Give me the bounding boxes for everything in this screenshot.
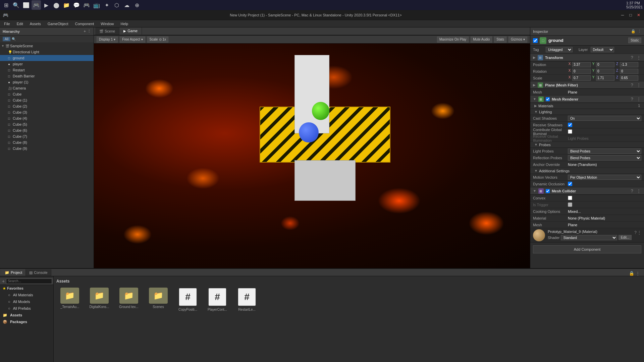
mesh-collider-enabled-checkbox[interactable] — [546, 189, 550, 193]
minimize-button[interactable]: ─ — [620, 12, 625, 18]
mesh-renderer-info-icon[interactable]: ? — [629, 97, 635, 102]
position-y-input[interactable] — [596, 62, 614, 67]
project-search-input[interactable] — [6, 279, 52, 284]
epic-taskbar[interactable]: 🎮 — [82, 0, 91, 10]
vscode-taskbar[interactable]: ⬡ — [112, 0, 121, 10]
nextjs-taskbar[interactable]: ▶ — [42, 0, 51, 10]
menu-component[interactable]: Component — [72, 21, 97, 26]
rotation-z-input[interactable] — [620, 69, 638, 74]
taskview-button[interactable]: ⬜ — [21, 0, 31, 10]
probes-subsection[interactable]: ▼ Probes — [530, 142, 644, 148]
lighting-subsection[interactable]: ▼ Lighting — [530, 109, 644, 115]
scale-y-input[interactable] — [596, 75, 614, 81]
hierarchy-item-cube6[interactable]: □Cube (6) — [0, 127, 94, 133]
scale-control[interactable]: Scale ⊙ 1x — [147, 37, 169, 43]
figma-taskbar[interactable]: ✦ — [102, 0, 111, 10]
asset-item-scenes[interactable]: 📁 Scenes — [145, 286, 172, 313]
transform-section-header[interactable]: ▶ ⊞ Transform ? ⋮ — [530, 54, 644, 61]
sidebar-all-prefabs[interactable]: ○ All Prefabs — [0, 305, 53, 312]
menu-help[interactable]: Help — [118, 21, 131, 26]
start-button[interactable]: ⊞ — [1, 0, 11, 10]
sidebar-assets-header[interactable]: 📁 Assets — [0, 312, 53, 318]
transform-info-icon[interactable]: ? — [629, 55, 635, 60]
asset-item-ground-tex[interactable]: 📁 Ground tex... — [115, 286, 142, 313]
mesh-renderer-menu-icon[interactable]: ⋮ — [636, 97, 641, 102]
hierarchy-add-icon[interactable]: + — [84, 29, 86, 34]
additional-settings-subsection[interactable]: ▼ Additional Settings — [530, 168, 644, 174]
free-aspect-select[interactable]: Free Aspect ▾ — [120, 37, 145, 43]
hierarchy-item-cube1[interactable]: □Cube (1) — [0, 97, 94, 103]
search-taskbar[interactable]: 🔍 — [11, 0, 21, 10]
asset-item-copy-position[interactable]: # CopyPositi... — [174, 286, 201, 313]
contribute-gi-checkbox[interactable] — [568, 129, 572, 134]
hierarchy-item-cube4[interactable]: □Cube (4) — [0, 115, 94, 121]
asset-item-terrain[interactable]: 📁 _TerrainAu... — [56, 286, 83, 313]
file-explorer-taskbar[interactable]: 📁 — [62, 0, 71, 10]
material-menu-icon[interactable]: ⋮ — [637, 230, 641, 235]
mute-audio-btn[interactable]: Mute Audio — [471, 37, 492, 43]
sidebar-all-materials[interactable]: ○ All Materials — [0, 292, 53, 298]
hierarchy-item-camera[interactable]: 🎥 Camera — [0, 85, 94, 91]
mesh-filter-section-header[interactable]: ▶ ▦ Plane (Mesh Filter) ? ⋮ — [530, 81, 644, 89]
menu-file[interactable]: File — [1, 21, 13, 26]
chrome-taskbar[interactable]: ⬤ — [52, 0, 61, 10]
hierarchy-item-cube5[interactable]: □Cube (5) — [0, 121, 94, 127]
cast-shadows-select[interactable]: On — [568, 116, 641, 121]
display-select[interactable]: Display 1 ▾ — [97, 37, 118, 43]
stats-btn[interactable]: Stats — [494, 37, 506, 43]
hierarchy-item-cube9[interactable]: □Cube (9) — [0, 145, 94, 152]
viewport-canvas[interactable] — [94, 44, 530, 268]
hierarchy-item-cube2[interactable]: □Cube (2) — [0, 103, 94, 109]
shader-select[interactable]: Standard — [561, 235, 617, 240]
hierarchy-item-cube3[interactable]: □Cube (3) — [0, 109, 94, 115]
light-probes-select[interactable]: Blend Probes — [568, 148, 641, 154]
hierarchy-scene-root[interactable]: ▼ 🎬 SampleScene — [0, 43, 94, 49]
sidebar-favorites-header[interactable]: ★ Favorites — [0, 285, 53, 292]
inspector-more-icon[interactable]: ⋮ — [638, 29, 641, 34]
asset-item-player-cont[interactable]: # PlayerCont... — [204, 286, 231, 313]
tab-project[interactable]: 📁 Project — [1, 269, 26, 276]
steam-taskbar[interactable]: ☁ — [122, 0, 131, 10]
hierarchy-item-player[interactable]: ● player — [0, 61, 94, 67]
hierarchy-options-icon[interactable]: ⋮ — [87, 29, 91, 34]
maximize-button[interactable]: □ — [628, 12, 633, 18]
xbox-taskbar[interactable]: ⊕ — [132, 0, 142, 10]
rotation-x-input[interactable] — [572, 69, 591, 74]
mesh-renderer-enabled-checkbox[interactable] — [546, 97, 550, 101]
mesh-collider-section-header[interactable]: ▼ ▦ Mesh Collider ? ⋮ — [530, 187, 644, 195]
position-x-input[interactable] — [572, 62, 591, 67]
reflection-probes-select[interactable]: Blend Probes — [568, 155, 641, 161]
slack-taskbar[interactable]: 💬 — [72, 0, 81, 10]
hierarchy-item-cube7[interactable]: □Cube (7) — [0, 133, 94, 139]
hierarchy-item-cube8[interactable]: □Cube (8) — [0, 139, 94, 145]
menu-edit[interactable]: Edit — [14, 21, 26, 26]
asset-item-digital[interactable]: 📁 DigitalKons... — [86, 286, 113, 313]
menu-window[interactable]: Window — [98, 21, 116, 26]
scale-z-input[interactable] — [620, 75, 638, 81]
scale-x-input[interactable] — [572, 75, 591, 81]
hierarchy-item-restart[interactable]: □ Restart — [0, 67, 94, 73]
position-z-input[interactable] — [620, 62, 638, 67]
menu-assets[interactable]: Assets — [27, 21, 44, 26]
twitch-taskbar[interactable]: 📺 — [92, 0, 101, 10]
close-button[interactable]: ✕ — [636, 12, 641, 18]
receive-shadows-checkbox[interactable] — [568, 123, 572, 127]
material-info-icon[interactable]: ? — [634, 230, 637, 235]
hierarchy-item-cube[interactable]: □ Cube — [0, 91, 94, 97]
menu-gameobject[interactable]: GameObject — [45, 21, 71, 26]
tag-select[interactable]: Untagged — [546, 47, 573, 52]
tab-scene[interactable]: 🎬 Scene — [95, 27, 119, 35]
dynamic-occlusion-checkbox[interactable] — [568, 182, 572, 186]
materials-subsection[interactable]: ▶ Materials 1 — [530, 103, 644, 109]
transform-menu-icon[interactable]: ⋮ — [636, 55, 641, 60]
hierarchy-item-ground[interactable]: □ ground — [0, 55, 94, 61]
hierarchy-item-death-barrier[interactable]: □ Death Barrier — [0, 73, 94, 79]
unity-taskbar[interactable]: 🎮 — [32, 0, 41, 10]
bottom-lock-icon[interactable]: 🔒 — [629, 271, 634, 276]
tab-console[interactable]: ▤ Console — [26, 269, 51, 276]
add-project-item-icon[interactable]: + — [2, 279, 5, 284]
rotation-y-input[interactable] — [596, 69, 614, 74]
tab-game[interactable]: ▶ Game — [119, 27, 142, 35]
hierarchy-item-player1[interactable]: ● player (1) — [0, 79, 94, 85]
asset-item-restart-le[interactable]: # RestartLe... — [233, 286, 260, 313]
